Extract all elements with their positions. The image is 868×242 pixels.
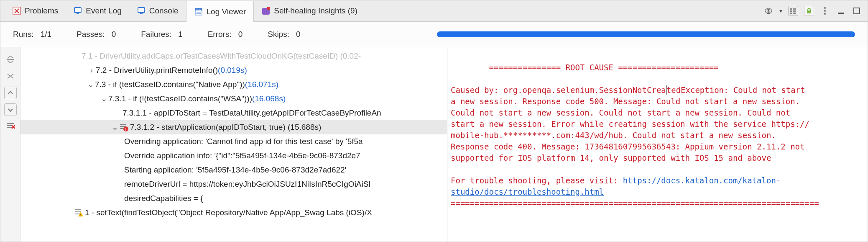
tree-row[interactable]: Overriding application: 'Cannot find app… [20, 134, 447, 149]
root-cause-header: =============== ROOT CAUSE =============… [451, 51, 866, 85]
self-healing-icon [261, 6, 271, 15]
stat-errors: Errors: 0 [208, 30, 243, 39]
root-cause-text: mobile-hub.**********.com:443/wd/hub. Co… [451, 130, 866, 141]
tab-bar-tools: ▾ [763, 6, 868, 16]
troubleshoot-line: For trouble shooting, please visit: http… [451, 175, 866, 186]
error-step-icon: ! [119, 123, 128, 132]
svg-point-22 [824, 13, 826, 15]
root-cause-text: supported for IOS platform 14, only supp… [451, 152, 866, 164]
chevron-down-icon[interactable]: ⌄ [111, 120, 119, 134]
svg-rect-13 [790, 8, 792, 10]
svg-rect-2 [77, 13, 79, 14]
warning-step-icon: ! [74, 208, 83, 217]
svg-rect-4 [140, 13, 143, 14]
tab-label: Self-healing Insights (9) [274, 6, 357, 15]
tree-row[interactable]: ! 1 - setText(findTestObject("Object Rep… [20, 206, 447, 220]
visibility-icon[interactable] [763, 6, 774, 16]
root-cause-text: Caused by: org.openqa.selenium.SessionNo… [451, 85, 866, 96]
tree-row[interactable]: ⌄ 7.3 - if (testCaseID.contains("Native … [20, 77, 447, 92]
stat-runs: Runs: 1/1 [13, 30, 51, 39]
tab-event-log[interactable]: Event Log [66, 0, 129, 21]
tree-row[interactable]: Starting application: '5f5a495f-134e-4b5… [20, 163, 447, 177]
troubleshoot-link[interactable]: https://docs.katalon.com/katalon- [623, 176, 781, 185]
filter-failures-icon[interactable] [4, 120, 17, 133]
prev-failure-icon[interactable] [4, 87, 17, 99]
svg-rect-15 [790, 10, 792, 12]
tree-row[interactable]: Override application info: '{"id":"5f5a4… [20, 149, 447, 163]
svg-rect-18 [793, 13, 796, 14]
next-failure-icon[interactable] [4, 103, 17, 116]
tab-log-viewer[interactable]: LOG Log Viewer [186, 1, 254, 22]
tree-row[interactable]: desiredCapabilities = { [20, 191, 447, 206]
tree-row-selected[interactable]: ⌄ ! 7.3.1.2 - startApplication(appIDToSt… [20, 120, 447, 134]
troubleshoot-link[interactable]: studio/docs/troubleshooting.html [451, 187, 604, 196]
tree-gutter [0, 47, 20, 242]
event-log-icon [73, 6, 82, 15]
step-duration[interactable]: (16.071s) [245, 77, 278, 92]
root-cause-text: start a new session. Error while creatin… [451, 118, 866, 130]
tab-self-healing[interactable]: Self-healing Insights (9) [254, 0, 365, 21]
svg-point-12 [768, 10, 769, 12]
svg-rect-1 [74, 8, 81, 13]
console-icon [137, 6, 146, 15]
tree-row[interactable]: 7.3.1.1 - appIDToStart = TestDataUtility… [20, 106, 447, 120]
run-stats-bar: Runs: 1/1 Passes: 0 Failures: 1 Errors: … [0, 22, 868, 47]
tree-row[interactable]: 7.1 - DriverUtility.addCaps.orTestCasesW… [20, 49, 447, 63]
lock-icon[interactable] [804, 6, 814, 16]
svg-rect-16 [793, 10, 796, 12]
run-progress [437, 31, 855, 37]
svg-rect-17 [790, 13, 792, 14]
step-duration[interactable]: (16.068s) [252, 92, 286, 106]
chevron-down-icon[interactable]: ⌄ [100, 92, 108, 106]
svg-rect-14 [793, 8, 796, 10]
svg-point-20 [824, 7, 826, 9]
svg-rect-19 [807, 10, 811, 13]
svg-text:!: ! [80, 213, 82, 217]
svg-rect-24 [854, 8, 860, 14]
step-duration[interactable]: (0.019s) [218, 63, 247, 77]
svg-point-11 [267, 7, 270, 10]
svg-rect-23 [838, 13, 844, 14]
svg-text:LOG: LOG [196, 8, 201, 11]
stat-passes: Passes: 0 [77, 30, 116, 39]
svg-point-21 [824, 10, 826, 12]
stat-failures: Failures: 1 [141, 30, 182, 39]
root-cause-text: Response code 400. Message: 173648160799… [451, 141, 866, 152]
bottom-tab-bar: Problems Event Log Console LOG Log Viewe… [0, 0, 868, 22]
tree-row[interactable]: › 7.2 - DriverUtility.printRemoteInfo() … [20, 63, 447, 77]
svg-rect-3 [138, 8, 145, 13]
tab-label: Problems [25, 6, 58, 15]
maximize-icon[interactable] [852, 6, 862, 16]
tree-view-icon[interactable] [788, 6, 798, 16]
log-tree[interactable]: 7.1 - DriverUtility.addCaps.orTestCasesW… [20, 47, 447, 242]
stat-skips: Skips: 0 [268, 30, 300, 39]
root-cause-footer: ========================================… [451, 198, 866, 209]
minimize-icon[interactable] [836, 6, 846, 16]
chevron-right-icon[interactable]: › [87, 63, 96, 77]
tree-row[interactable]: ⌄ 7.3.1 - if (!(testCaseID.contains("WSA… [20, 92, 447, 106]
problems-icon [12, 6, 21, 15]
tree-row[interactable]: remoteDriverUrl = https://token:eyJhbGci… [20, 177, 447, 191]
tab-label: Event Log [86, 6, 122, 15]
more-icon[interactable] [820, 6, 830, 16]
tab-label: Log Viewer [207, 7, 246, 16]
log-viewer-icon: LOG [194, 7, 203, 16]
tab-problems[interactable]: Problems [5, 0, 66, 21]
svg-text:!: ! [125, 127, 127, 131]
chevron-down-icon[interactable]: ⌄ [87, 77, 95, 92]
root-cause-text: a new session. Response code 500. Messag… [451, 96, 866, 107]
root-cause-text: Could not start a new session. Could not… [451, 107, 866, 118]
expand-all-icon[interactable] [4, 70, 17, 82]
collapse-all-icon[interactable] [4, 53, 17, 66]
tab-console[interactable]: Console [129, 0, 186, 21]
log-details[interactable]: =============== ROOT CAUSE =============… [447, 47, 868, 242]
dropdown-arrow-icon[interactable]: ▾ [779, 8, 782, 14]
tab-label: Console [149, 6, 179, 15]
